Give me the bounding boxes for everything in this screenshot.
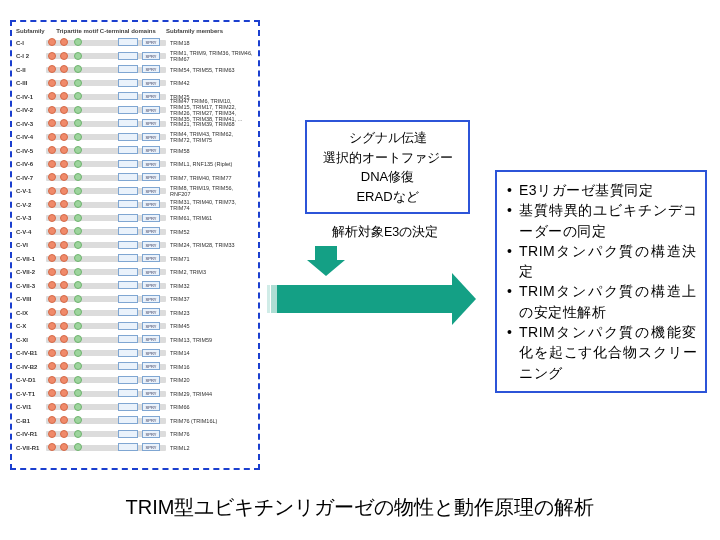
subfamily-label: C-V-1 [16,188,46,194]
trim-row: C-VI1SPRYTRIM66 [16,401,254,415]
subfamily-label: C-IX [16,310,46,316]
domain-bar: SPRY [46,188,166,194]
trim-row: C-IISPRYTRIM54, TRIM55, TRIM63 [16,63,254,77]
trim-row: C-IV-2SPRYTRIM47 TRIM6, TRIM10, TRIM15, … [16,104,254,118]
subfamily-label: C-IV-7 [16,175,46,181]
goal-item: TRIMタンパク質の機能変化を起こす化合物スクリーニング [505,322,697,383]
members-label: TRIM21, TRIM39, TRIM68 [170,121,254,127]
domain-bar: SPRY [46,134,166,140]
domain-bar: SPRY [46,175,166,181]
trim-row: C-VIIISPRYTRIM37 [16,293,254,307]
members-label: TRIML1, RNF135 (Riplet) [170,161,254,167]
subfamily-label: C-II [16,67,46,73]
subfamily-label: C-VI1 [16,404,46,410]
functions-box: シグナル伝達 選択的オートファジー DNA修復 ERADなど [305,120,470,214]
trim-row: C-VISPRYTRIM24, TRIM28, TRIM33 [16,239,254,253]
subfamily-label: C-IV-R1 [16,431,46,437]
domain-bar: SPRY [46,418,166,424]
domain-bar: SPRY [46,256,166,262]
members-label: TRIM1, TRIM9, TRIM36, TRIM46, TRIM67 [170,50,254,62]
subfamily-label: C-IV-2 [16,107,46,113]
subfamily-label: C-IV-1 [16,94,46,100]
trim-row: C-IV-6SPRYTRIML1, RNF135 (Riplet) [16,158,254,172]
trim-row: C-VII-3SPRYTRIM32 [16,279,254,293]
trim-row: C-IV-B2SPRYTRIM16 [16,360,254,374]
members-label: TRIM7, TRIM40, TRIM77 [170,175,254,181]
trim-row: C-IV-4SPRYTRIM4, TRIM43, TRIM62, TRIM72,… [16,131,254,145]
members-label: TRIM31, TRIM40, TRIM73, TRIM74 [170,199,254,211]
subfamily-label: C-X [16,323,46,329]
domain-bar: SPRY [46,40,166,46]
members-label: TRIM45 [170,323,254,329]
members-label: TRIM2, TRIM3 [170,269,254,275]
subfamily-label: C-IV-4 [16,134,46,140]
trim-row: C-IIISPRYTRIM42 [16,77,254,91]
diagram-canvas: Subfamily Tripartite motif C-terminal do… [0,0,720,540]
subfamily-label: C-VII-1 [16,256,46,262]
members-label: TRIM32 [170,283,254,289]
hdr-motif: Tripartite motif C-terminal domains [46,28,166,34]
panel-headers: Subfamily Tripartite motif C-terminal do… [16,28,254,34]
members-label: TRIM52 [170,229,254,235]
trim-row: C-IV-B1SPRYTRIM14 [16,347,254,361]
domain-bar: SPRY [46,323,166,329]
domain-bar: SPRY [46,202,166,208]
top-box-l1: シグナル伝達 [311,128,464,148]
trim-row: C-I 2SPRYTRIM1, TRIM9, TRIM36, TRIM46, T… [16,50,254,64]
domain-bar: SPRY [46,350,166,356]
subfamily-label: C-VII-R1 [16,445,46,451]
members-label: TRIM4, TRIM43, TRIM62, TRIM72, TRIM75 [170,131,254,143]
members-label: TRIM76 (TRIM16L) [170,418,254,424]
subfamily-label: C-IV-5 [16,148,46,154]
subfamily-label: C-VII-3 [16,283,46,289]
members-label: TRIM71 [170,256,254,262]
trim-row: C-ISPRYTRIM18 [16,36,254,50]
members-label: TRIM8, TRIM19, TRIM56, RNF207 [170,185,254,197]
decision-label: 解析対象E3の決定 [332,224,438,241]
subfamily-label: C-IV-6 [16,161,46,167]
domain-bar: SPRY [46,80,166,86]
members-label: TRIM42 [170,80,254,86]
subfamily-label: C-I [16,40,46,46]
members-label: TRIM13, TRIM59 [170,337,254,343]
members-label: TRIML2 [170,445,254,451]
subfamily-label: C-IV-3 [16,121,46,127]
subfamily-label: C-IV-B2 [16,364,46,370]
domain-bar: SPRY [46,377,166,383]
domain-bar: SPRY [46,404,166,410]
hdr-subfamily: Subfamily [16,28,46,34]
domain-bar: SPRY [46,445,166,451]
trim-row: C-VII-2SPRYTRIM2, TRIM3 [16,266,254,280]
members-label: TRIM14 [170,350,254,356]
subfamily-label: C-V-2 [16,202,46,208]
diagram-title: TRIM型ユビキチンリガーゼの物性と動作原理の解析 [0,494,720,521]
members-label: TRIM18 [170,40,254,46]
domain-bar: SPRY [46,107,166,113]
domain-bar: SPRY [46,296,166,302]
members-label: TRIM47 TRIM6, TRIM10, TRIM15, TRIM17, TR… [170,98,254,122]
members-label: TRIM61, TRIM61 [170,215,254,221]
domain-bar: SPRY [46,269,166,275]
trim-row: C-V-4SPRYTRIM52 [16,225,254,239]
domain-bar: SPRY [46,337,166,343]
trim-row: C-IV-R1SPRYTRIM76 [16,428,254,442]
subfamily-label: C-V-T1 [16,391,46,397]
trim-row: C-VII-R1SPRYTRIML2 [16,441,254,455]
domain-bar: SPRY [46,431,166,437]
subfamily-label: C-VII-2 [16,269,46,275]
domain-bar: SPRY [46,364,166,370]
domain-bar: SPRY [46,215,166,221]
trim-row: C-XSPRYTRIM45 [16,320,254,334]
members-label: TRIM23 [170,310,254,316]
goals-list: E3リガーゼ基質同定基質特異的ユビキチンデコーダーの同定TRIMタンパク質の構造… [505,180,697,383]
members-label: TRIM76 [170,431,254,437]
members-label: TRIM24, TRIM28, TRIM33 [170,242,254,248]
members-label: TRIM54, TRIM55, TRIM63 [170,67,254,73]
domain-bar: SPRY [46,242,166,248]
top-box-l4: ERADなど [311,187,464,207]
domain-bar: SPRY [46,148,166,154]
trim-row: C-V-T1SPRYTRIM29, TRIM44 [16,387,254,401]
subfamily-label: C-XI [16,337,46,343]
hdr-members: Subfamily members [166,28,254,34]
trim-row: C-V-2SPRYTRIM31, TRIM40, TRIM73, TRIM74 [16,198,254,212]
